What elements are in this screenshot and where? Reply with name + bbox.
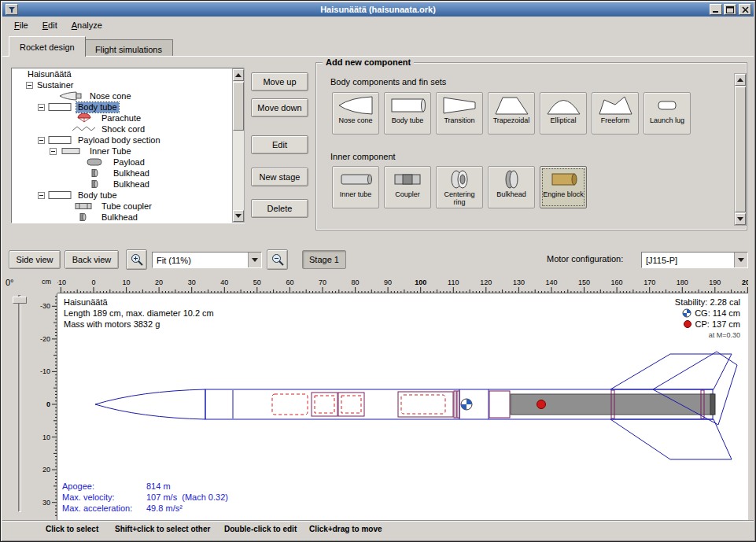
- trapezoidal-fin-icon: [492, 94, 530, 116]
- back-view-button[interactable]: Back view: [65, 250, 119, 269]
- scroll-up-icon[interactable]: [735, 74, 746, 86]
- menu-analyze[interactable]: Analyze: [65, 18, 109, 32]
- bulkhead-icon: [71, 212, 98, 222]
- component-tree: Haisunäätä Sustainer Nose cone Body tube…: [11, 68, 245, 223]
- svg-text:40: 40: [220, 278, 228, 286]
- collapse-icon[interactable]: [38, 192, 45, 199]
- tab-flight-simulations[interactable]: Flight simulations: [84, 39, 173, 57]
- zoom-out-button[interactable]: [267, 249, 288, 270]
- tree-item-parachute[interactable]: Parachute: [12, 112, 244, 124]
- transition-icon: [441, 94, 478, 116]
- fin-shape[interactable]: [610, 419, 732, 459]
- tree-item-bulkhead[interactable]: Bulkhead: [12, 168, 244, 179]
- edit-button[interactable]: Edit: [251, 135, 308, 154]
- zoom-select-value: Fit (11%): [153, 256, 248, 265]
- collapse-icon[interactable]: [38, 137, 45, 144]
- component-scrollbar[interactable]: [734, 73, 747, 226]
- tree-item-rocket[interactable]: Haisunäätä: [12, 68, 244, 79]
- collapse-icon[interactable]: [50, 148, 57, 155]
- nose-cone-shape[interactable]: [95, 389, 205, 419]
- add-elliptical-fin-button[interactable]: Elliptical: [540, 92, 587, 135]
- add-freeform-fin-button[interactable]: Freeform: [592, 92, 639, 135]
- maximize-button[interactable]: [724, 4, 736, 15]
- max-acceleration-value: 49.8 m/s²: [146, 503, 183, 514]
- side-view-button[interactable]: Side view: [9, 250, 61, 269]
- cp-marker: [537, 400, 546, 409]
- add-inner-tube-button[interactable]: Inner tube: [332, 166, 379, 208]
- chevron-down-icon[interactable]: [248, 253, 261, 267]
- inner-tube-icon: [337, 168, 374, 190]
- window-title: Haisunäätä (haisunaata.ork): [2, 5, 754, 14]
- add-coupler-button[interactable]: Coupler: [384, 166, 431, 208]
- tree-item-bulkhead[interactable]: Bulkhead: [12, 212, 244, 223]
- scroll-down-icon[interactable]: [735, 213, 746, 225]
- delete-button[interactable]: Delete: [251, 199, 308, 218]
- component-button-label: Inner tube: [340, 190, 372, 198]
- minimize-icon: [712, 6, 720, 13]
- motor-configuration-label: Motor configuration:: [547, 254, 623, 264]
- rocket-canvas[interactable]: Haisunäätä Length 189 cm, max. diameter …: [57, 293, 748, 520]
- svg-text:-10: -10: [57, 278, 66, 286]
- svg-text:150: 150: [578, 278, 590, 286]
- stage-1-toggle[interactable]: Stage 1: [302, 250, 346, 269]
- tube-coupler-shape[interactable]: [489, 391, 510, 418]
- add-trapezoidal-fin-button[interactable]: Trapezoidal: [488, 92, 535, 135]
- tree-item-payload-body-section[interactable]: Payload body section: [12, 135, 244, 146]
- svg-text:10: 10: [42, 433, 50, 441]
- add-body-tube-button[interactable]: Body tube: [384, 92, 431, 135]
- rotation-angle-label: 0°: [6, 278, 14, 287]
- scrollbar-thumb[interactable]: [735, 87, 746, 212]
- move-down-button[interactable]: Move down: [251, 98, 308, 117]
- fin-shape[interactable]: [610, 354, 732, 389]
- payload-icon: [83, 157, 109, 167]
- add-bulkhead-button[interactable]: Bulkhead: [488, 166, 535, 208]
- zoom-select[interactable]: Fit (11%): [152, 252, 262, 268]
- add-launch-lug-button[interactable]: Launch lug: [644, 92, 691, 135]
- menu-edit[interactable]: Edit: [35, 18, 65, 32]
- tree-item-body-tube[interactable]: Body tube: [12, 190, 244, 201]
- svg-text:-10: -10: [40, 367, 50, 375]
- svg-text:20: 20: [155, 278, 163, 286]
- component-button-label: Nose cone: [338, 116, 372, 124]
- tree-item-tube-coupler[interactable]: Tube coupler: [12, 201, 244, 212]
- payload-shape[interactable]: [401, 395, 445, 414]
- tree-item-inner-tube[interactable]: Inner Tube: [12, 146, 244, 157]
- move-up-button[interactable]: Move up: [251, 72, 308, 91]
- rotation-slider-track[interactable]: [18, 295, 21, 512]
- tree-item-body-tube[interactable]: Body tube: [12, 101, 244, 112]
- cp-icon: [683, 319, 692, 329]
- tree-item-nose-cone[interactable]: Nose cone: [12, 90, 244, 101]
- tab-rocket-design[interactable]: Rocket design: [9, 36, 86, 57]
- scroll-up-icon[interactable]: [233, 69, 244, 81]
- tree-item-payload[interactable]: Payload: [12, 157, 244, 168]
- titlebar[interactable]: Haisunäätä (haisunaata.ork): [2, 2, 754, 17]
- tree-item-sustainer[interactable]: Sustainer: [12, 79, 244, 90]
- cg-icon: [682, 308, 691, 318]
- motor-configuration-value: [J115-P]: [642, 256, 734, 265]
- tree-item-shock-cord[interactable]: Shock cord: [12, 124, 244, 135]
- minimize-button[interactable]: [710, 4, 722, 15]
- tabstrip: Rocket design Flight simulations: [2, 35, 754, 57]
- engine-block-icon: [544, 168, 582, 190]
- add-nose-cone-button[interactable]: Nose cone: [332, 92, 379, 135]
- tree-item-bulkhead[interactable]: Bulkhead: [12, 179, 244, 190]
- collapse-icon[interactable]: [38, 104, 45, 111]
- scroll-down-icon[interactable]: [233, 210, 244, 222]
- svg-text:100: 100: [415, 278, 426, 286]
- bulkhead-shape[interactable]: [454, 391, 456, 418]
- new-stage-button[interactable]: New stage: [251, 168, 308, 186]
- add-engine-block-button[interactable]: Engine block: [540, 166, 587, 208]
- close-button[interactable]: [739, 4, 751, 15]
- component-button-label: Coupler: [395, 190, 420, 198]
- zoom-in-button[interactable]: [126, 249, 147, 270]
- collapse-icon[interactable]: [26, 82, 33, 89]
- chevron-down-icon[interactable]: [734, 253, 747, 267]
- add-transition-button[interactable]: Transition: [436, 92, 483, 135]
- tree-scrollbar[interactable]: [232, 68, 245, 223]
- parachute-shape[interactable]: [272, 394, 308, 415]
- add-centering-ring-button[interactable]: Centering ring: [436, 166, 483, 208]
- menu-file[interactable]: File: [7, 18, 35, 32]
- scrollbar-thumb[interactable]: [233, 82, 244, 131]
- rotation-slider-handle[interactable]: [13, 297, 27, 304]
- motor-configuration-select[interactable]: [J115-P]: [641, 252, 748, 268]
